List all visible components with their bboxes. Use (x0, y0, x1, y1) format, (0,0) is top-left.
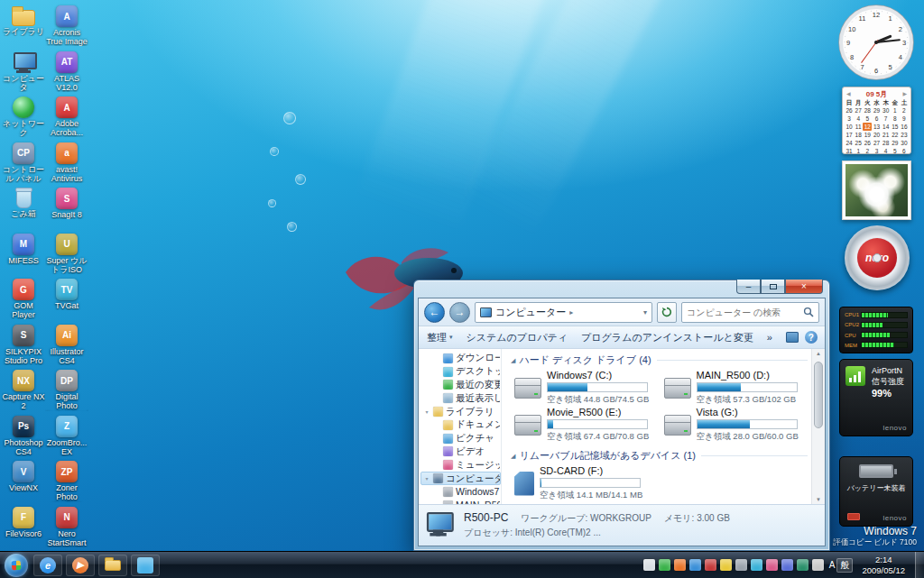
calendar-day[interactable]: 18 (854, 131, 863, 139)
calendar-day[interactable]: 5 (891, 147, 900, 155)
clock-gadget[interactable]: 1212 345 678 91011 (837, 4, 915, 81)
calendar-day[interactable]: 30 (900, 139, 909, 147)
desktop-icon[interactable]: GGOM Player (2, 277, 45, 323)
organize-button[interactable]: 整理▾ (427, 331, 453, 344)
calendar-day[interactable]: 11 (854, 123, 863, 131)
tray-icon-5[interactable] (705, 559, 716, 571)
search-input[interactable] (687, 307, 803, 317)
calendar-day[interactable]: 24 (845, 139, 854, 147)
wifi-signal-gadget[interactable]: AirPortN 信号強度 99% lenovo (839, 359, 913, 436)
tray-icon-6[interactable] (720, 559, 732, 571)
calendar-day[interactable]: 5 (863, 115, 872, 123)
calendar-day[interactable]: 30 (882, 106, 891, 115)
ime-conversion-mode[interactable]: 般 (836, 558, 853, 573)
calendar-day[interactable]: 17 (845, 131, 854, 139)
sidebar-item[interactable]: デスクトップ (420, 365, 501, 379)
tray-icon-11[interactable] (797, 559, 808, 571)
address-bar[interactable]: コンピューター ▸ ▾ (475, 302, 652, 323)
calendar-day[interactable]: 20 (872, 131, 881, 139)
expander-icon[interactable]: ▾ (423, 475, 430, 482)
desktop-icon[interactable]: PsPhotoshop CS4 (2, 414, 45, 460)
calendar-gadget[interactable]: ◀ 09 5月 ▶ 日月火水木金土26272829301234567891011… (842, 87, 911, 154)
calendar-next-icon[interactable]: ▶ (902, 90, 907, 96)
calendar-day[interactable]: 26 (845, 106, 854, 115)
calendar-day[interactable]: 19 (863, 131, 872, 139)
calendar-day[interactable]: 4 (854, 115, 863, 123)
ime-bar[interactable]: A 般 (829, 558, 854, 573)
search-icon[interactable] (803, 307, 814, 317)
scroll-down-icon[interactable]: ▼ (812, 497, 825, 502)
calendar-day[interactable]: 15 (891, 123, 900, 131)
calendar-day[interactable]: 31 (845, 147, 854, 155)
expander-icon[interactable]: ▾ (423, 408, 430, 415)
search-box[interactable] (681, 302, 819, 323)
sidebar-item[interactable]: ピクチャ (420, 432, 501, 445)
desktop-icon[interactable]: ライブラリ (2, 4, 45, 50)
tray-icon-8[interactable] (751, 559, 762, 571)
calendar-day[interactable]: 13 (872, 123, 881, 131)
calendar-day[interactable]: 8 (891, 115, 900, 123)
sidebar-item[interactable]: Windows7 (C:) (420, 485, 501, 499)
sidebar-item[interactable]: ▾コンピューター (420, 472, 501, 485)
desktop-icon[interactable]: FFileVisor6 (2, 505, 45, 551)
desktop-icon[interactable]: NNero StartSmart (45, 505, 88, 551)
explorer-window[interactable]: – × ← → コンピューター ▸ ▾ (413, 280, 830, 551)
sidebar-item[interactable]: ミュージック (420, 458, 501, 472)
drive-item[interactable]: Windows7 (C:)空き領域 44.8 GB/74.5 GB (514, 370, 659, 406)
scroll-up-icon[interactable]: ▲ (812, 351, 825, 356)
desktop-icon[interactable]: ネットワーク (2, 95, 45, 141)
breadcrumb[interactable]: コンピューター (495, 306, 566, 319)
desktop-icon[interactable]: MMIFESS (2, 232, 45, 278)
media-app-taskbar-button[interactable] (131, 555, 160, 576)
drive-item[interactable]: SD-CARD (F:)空き領域 14.1 MB/14.1 MB (514, 465, 659, 501)
desktop-icon[interactable]: SSnagIt 8 (45, 186, 88, 232)
desktop-icon[interactable]: NXCapture NX 2 (2, 368, 45, 414)
drive-item[interactable]: Vista (G:)空き領域 28.0 GB/60.0 GB (664, 407, 808, 443)
breadcrumb-arrow-icon[interactable]: ▸ (569, 308, 573, 317)
desktop-icon[interactable]: コンピュータ (2, 50, 45, 96)
calendar-day[interactable]: 29 (891, 139, 900, 147)
windows-explorer-taskbar-button[interactable] (98, 555, 127, 576)
desktop-icon[interactable]: DPDigital Photo Professional (45, 368, 88, 414)
calendar-day[interactable]: 2 (863, 147, 872, 155)
calendar-day[interactable]: 1 (891, 106, 900, 115)
calendar-day[interactable]: 25 (854, 139, 863, 147)
calendar-day[interactable]: 4 (882, 147, 891, 155)
calendar-day[interactable]: 28 (863, 106, 872, 115)
tray-icon-7[interactable] (735, 559, 747, 571)
refresh-button[interactable] (657, 302, 677, 323)
photo-slideshow-gadget[interactable] (842, 161, 911, 220)
tray-icon-1[interactable] (643, 559, 655, 571)
back-button[interactable]: ← (424, 302, 445, 323)
calendar-day[interactable]: 9 (900, 115, 909, 123)
group-title[interactable]: ハード ディスク ドライブ (4) (519, 353, 651, 367)
close-button[interactable]: × (785, 280, 823, 294)
calendar-day[interactable]: 16 (900, 123, 909, 131)
change-view-icon[interactable] (786, 332, 799, 343)
tray-icon-9[interactable] (766, 559, 778, 571)
calendar-day[interactable]: 7 (882, 115, 891, 123)
calendar-prev-icon[interactable]: ◀ (846, 90, 851, 96)
vertical-scrollbar[interactable]: ▲ ▼ (811, 349, 825, 504)
sidebar-item[interactable]: 最近の変更 (420, 379, 501, 392)
sidebar-item[interactable]: ビデオ (420, 445, 501, 459)
group-collapse-icon[interactable]: ◢ (511, 453, 515, 460)
maximize-button[interactable] (761, 280, 785, 294)
group-collapse-icon[interactable]: ◢ (511, 357, 515, 364)
tray-icon-10[interactable] (781, 559, 793, 571)
calendar-day[interactable]: 3 (872, 147, 881, 155)
start-button[interactable] (5, 554, 28, 577)
calendar-day[interactable]: 10 (845, 123, 854, 131)
desktop-icon[interactable]: AAdobe Acroba... (45, 95, 88, 141)
tray-icon-2[interactable] (659, 559, 670, 571)
calendar-day[interactable]: 6 (900, 147, 909, 155)
tray-icon-12[interactable] (812, 559, 824, 571)
forward-button[interactable]: → (449, 302, 470, 323)
taskbar-clock[interactable]: 2:14 2009/05/12 (862, 555, 905, 576)
sidebar-item[interactable]: ドキュメント (420, 418, 501, 432)
desktop-icon[interactable]: ATATLAS V12.0 (45, 50, 88, 96)
scrollbar-thumb[interactable] (814, 362, 823, 428)
system-properties-button[interactable]: システムのプロパティ (467, 331, 568, 344)
drive-item[interactable]: Movie_R500 (E:)空き領域 67.4 GB/70.8 GB (514, 407, 659, 443)
sidebar-item[interactable]: ▾ライブラリ (420, 405, 501, 418)
